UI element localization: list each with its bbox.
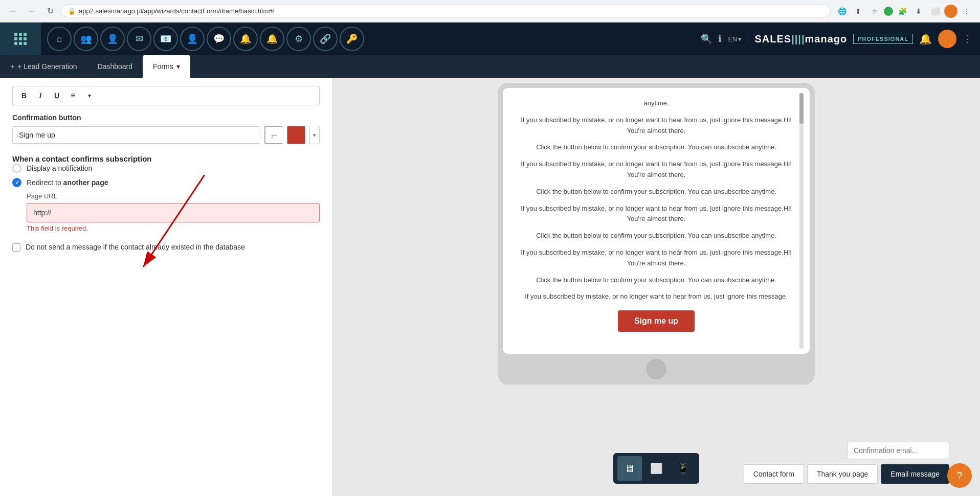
- download-button[interactable]: ⬇: [911, 4, 926, 18]
- italic-button[interactable]: I: [33, 88, 48, 103]
- brand-logo: SALES||||manago: [754, 33, 847, 45]
- forward-button[interactable]: →: [25, 4, 39, 18]
- preview-text-9: Click the button below to confirm your s…: [513, 275, 799, 286]
- bold-button[interactable]: B: [17, 88, 31, 103]
- lead-gen-breadcrumb[interactable]: + + Lead Generation: [0, 55, 87, 78]
- nav-email-settings-button[interactable]: 📧: [153, 27, 178, 51]
- do-not-send-label: Do not send a message if the contact alr…: [26, 242, 245, 253]
- confirmation-email-input[interactable]: [847, 442, 949, 459]
- chat-widget[interactable]: ?: [947, 463, 972, 488]
- profile-avatar[interactable]: [944, 5, 957, 18]
- confirmation-button-section: Confirmation button ⌐ ▾: [12, 114, 320, 144]
- reload-button[interactable]: ↻: [43, 4, 57, 18]
- info-icon[interactable]: ℹ: [718, 33, 722, 44]
- more-menu-icon[interactable]: ⋮: [963, 33, 972, 44]
- language-selector[interactable]: EN ▾: [728, 35, 742, 43]
- dashboard-label: Dashboard: [98, 62, 133, 71]
- nav-settings-button[interactable]: ⚙: [286, 27, 311, 51]
- back-button[interactable]: ←: [6, 4, 20, 18]
- preview-text-6: If you subscribed by mistake, or no long…: [513, 204, 799, 225]
- page-url-label: Page URL: [27, 192, 320, 200]
- nav-right: 🔍 ℹ EN ▾ SALES||||manago PROFESSIONAL 🔔 …: [693, 30, 980, 48]
- nav-add-contact-button[interactable]: 👤: [180, 27, 205, 51]
- color-dropdown-button[interactable]: ▾: [309, 126, 320, 144]
- tablet-screen: anytime. If you subscribed by mistake, o…: [503, 88, 810, 354]
- display-notification-label: Display a notification: [27, 164, 92, 172]
- color-swatch[interactable]: [287, 126, 305, 144]
- preview-text-4: If you subscribed by mistake, or no long…: [513, 159, 799, 181]
- preview-tabs: Contact form Thank you page Email messag…: [744, 464, 949, 484]
- nav-home-button[interactable]: ⌂: [47, 27, 72, 51]
- star-button[interactable]: ☆: [867, 4, 882, 18]
- sign-me-up-button[interactable]: Sign me up: [618, 310, 695, 332]
- redirect-radio[interactable]: [12, 178, 21, 187]
- browser-actions: 🌐 ⬆ ☆ 🧩 ⬇ ⬜ ⋮: [835, 4, 974, 18]
- nav-icons: ⌂ 👥 👤 ✉ 📧 👤 💬 🔔 🔔 ⚙ 🔗 🔑: [41, 27, 693, 51]
- translate-button[interactable]: 🌐: [835, 4, 849, 18]
- mobile-view-button[interactable]: 📱: [671, 456, 695, 481]
- display-notification-option[interactable]: Display a notification: [12, 164, 320, 173]
- confirmation-button-label: Confirmation button: [12, 114, 320, 122]
- text-toolbar: B I U ≡ ▾: [12, 86, 320, 105]
- lang-label: EN: [728, 35, 737, 43]
- redirect-option[interactable]: Redirect to another page: [12, 178, 320, 187]
- notification-bell[interactable]: 🔔: [919, 33, 932, 45]
- underline-button[interactable]: U: [50, 88, 64, 103]
- corner-style-button[interactable]: ⌐: [264, 126, 283, 144]
- dashboard-breadcrumb[interactable]: Dashboard: [87, 55, 143, 78]
- display-notification-radio[interactable]: [12, 164, 21, 173]
- preview-text-8: If you subscribed by mistake, or no long…: [513, 247, 799, 269]
- lang-arrow: ▾: [738, 35, 742, 43]
- preview-text-3: Click the button below to confirm your s…: [513, 142, 799, 153]
- nav-contacts-button[interactable]: 👥: [74, 27, 98, 51]
- confirmation-button-row: ⌐ ▾: [12, 126, 320, 144]
- extend-button[interactable]: ⬜: [928, 4, 942, 18]
- redirect-label: Redirect to another page: [27, 178, 108, 187]
- page-url-input[interactable]: [27, 203, 320, 222]
- menu-button[interactable]: ⋮: [960, 4, 974, 18]
- nav-key-button[interactable]: 🔑: [340, 27, 364, 51]
- tablet-home-button[interactable]: [646, 359, 666, 379]
- preview-text-1: anytime.: [513, 98, 799, 109]
- tablet-view-button[interactable]: ⬜: [644, 456, 669, 481]
- thank-you-page-tab[interactable]: Thank you page: [807, 464, 878, 484]
- scrollbar-thumb[interactable]: [799, 93, 804, 124]
- nav-bell-button[interactable]: 🔔: [233, 27, 258, 51]
- nav-email-button[interactable]: ✉: [127, 27, 151, 51]
- preview-scrollbar[interactable]: [799, 93, 804, 349]
- align-button[interactable]: ≡: [66, 88, 80, 103]
- url-text: app2.salesmanago.pl/app/wizards/contactF…: [79, 7, 274, 15]
- app-grid[interactable]: [0, 22, 41, 55]
- plus-icon: +: [10, 62, 14, 71]
- preview-text-5: Click the button below to confirm your s…: [513, 187, 799, 197]
- nav-divider: [748, 31, 748, 47]
- nav-leads-button[interactable]: 👤: [100, 27, 125, 51]
- nav-network-button[interactable]: 🔗: [313, 27, 338, 51]
- forms-breadcrumb[interactable]: Forms ▾: [143, 55, 190, 78]
- when-contact-confirms-section: When a contact confirms subscription Dis…: [12, 154, 320, 232]
- view-switcher: 🖥 ⬜ 📱: [613, 453, 699, 484]
- top-nav: ⌂ 👥 👤 ✉ 📧 👤 💬 🔔 🔔 ⚙ 🔗 🔑 🔍 ℹ EN ▾ SALES||…: [0, 22, 980, 55]
- do-not-send-option[interactable]: Do not send a message if the contact alr…: [12, 242, 320, 253]
- lead-gen-label: + Lead Generation: [17, 62, 77, 71]
- share-button[interactable]: ⬆: [851, 4, 865, 18]
- sign-me-up-input[interactable]: [12, 126, 260, 144]
- plan-badge[interactable]: PROFESSIONAL: [853, 34, 913, 44]
- search-icon[interactable]: 🔍: [701, 33, 712, 44]
- email-message-tab[interactable]: Email message: [881, 464, 949, 484]
- align-dropdown-arrow[interactable]: ▾: [82, 88, 97, 103]
- desktop-view-button[interactable]: 🖥: [617, 456, 642, 481]
- lock-icon: 🔒: [68, 8, 76, 15]
- green-dot: [884, 7, 893, 16]
- nav-chat-button[interactable]: 💬: [207, 27, 231, 51]
- contact-form-tab[interactable]: Contact form: [744, 464, 804, 484]
- address-bar[interactable]: 🔒 app2.salesmanago.pl/app/wizards/contac…: [61, 5, 831, 17]
- extensions-button[interactable]: 🧩: [895, 4, 909, 18]
- when-confirms-title: When a contact confirms subscription: [12, 154, 152, 163]
- preview-text-10: If you subscribed by mistake, or no long…: [513, 291, 799, 302]
- user-avatar[interactable]: [938, 30, 956, 48]
- preview-text-2: If you subscribed by mistake, or no long…: [513, 115, 799, 137]
- do-not-send-checkbox[interactable]: [12, 243, 20, 252]
- right-panel: anytime. If you subscribed by mistake, o…: [332, 78, 980, 496]
- nav-alert-button[interactable]: 🔔: [260, 27, 284, 51]
